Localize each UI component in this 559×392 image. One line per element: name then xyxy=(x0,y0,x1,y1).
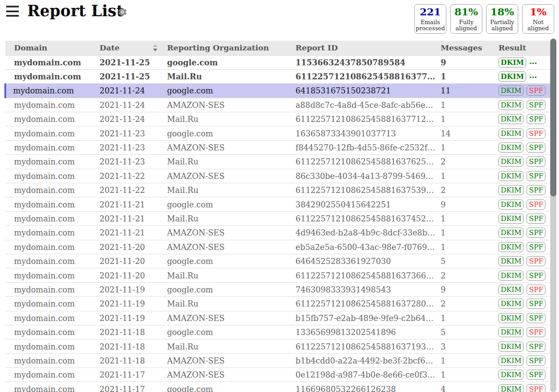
cell-messages: 14 xyxy=(436,126,491,140)
cell-domain: mydomain.com xyxy=(5,311,97,325)
table-row[interactable]: mydomain.com2021-11-23google.com16365873… xyxy=(5,126,550,140)
dkim-badge: DKIM xyxy=(498,242,523,252)
cell-report-id: eb5a2e5a-6500-43ac-98e7-f076959… xyxy=(291,240,436,254)
table-row[interactable]: mydomain.com2021-11-18AMAZON-SESb1b4cdd0… xyxy=(5,353,550,367)
dkim-badge: DKIM xyxy=(498,185,523,195)
table-row[interactable]: mydomain.com2021-11-22Mail.Ru61122571210… xyxy=(5,183,550,197)
cell-date: 2021-11-17 xyxy=(97,382,161,392)
table-row[interactable]: mydomain.com2021-11-17AMAZON-SES0e12198d… xyxy=(5,368,550,382)
spf-badge: SPF xyxy=(527,242,545,252)
stat-value: 81% xyxy=(455,6,478,17)
stat-label: Not aligned xyxy=(527,19,549,32)
scrollbar-thumb[interactable] xyxy=(550,39,556,196)
dkim-badge: DKIM xyxy=(498,256,523,266)
dkim-badge: DKIM xyxy=(498,114,523,124)
cell-messages: 1 xyxy=(436,112,491,126)
table-row[interactable]: mydomain.com2021-11-22AMAZON-SES86c330be… xyxy=(5,169,550,183)
spf-badge: SPF xyxy=(527,384,545,392)
cell-report-id: 16365873343901037713 xyxy=(291,126,436,140)
cell-messages: 1 xyxy=(436,98,491,112)
spf-badge: SPF xyxy=(527,143,545,153)
gear-icon[interactable] xyxy=(117,7,128,17)
table-row[interactable]: mydomain.com2021-11-24AMAZON-SESa88d8c7c… xyxy=(5,98,550,112)
cell-domain: mydomain.com xyxy=(5,84,97,98)
cell-reporting-organization: AMAZON-SES xyxy=(161,169,291,183)
table-row[interactable]: mydomain.com2021-11-19AMAZON-SESb15fb757… xyxy=(5,311,550,325)
cell-report-id: 0e12198d-a987-4b0e-8e66-ce0f392… xyxy=(291,368,436,382)
dkim-badge: DKIM xyxy=(498,313,523,323)
column-header-result[interactable]: Result xyxy=(491,41,550,55)
column-header-reporting-organization[interactable]: Reporting Organization xyxy=(161,41,291,55)
table-row[interactable]: mydomain.com2021-11-24google.com64185316… xyxy=(5,84,550,98)
dkim-badge: DKIM xyxy=(498,384,523,392)
scrollbar-track[interactable] xyxy=(550,39,556,392)
column-header-messages[interactable]: Messages xyxy=(436,41,491,55)
cell-date: 2021-11-20 xyxy=(97,254,161,268)
spf-badge: SPF xyxy=(527,342,545,352)
stat-value: 18% xyxy=(491,6,514,17)
report-table-body: mydomain.com2021-11-25google.com11536632… xyxy=(5,55,550,392)
cell-reporting-organization: Mail.Ru xyxy=(161,339,291,353)
cell-result: DKIMSPF xyxy=(491,254,550,268)
column-header-report-id[interactable]: Report ID xyxy=(291,41,436,55)
table-row[interactable]: mydomain.com2021-11-21Mail.Ru61122571210… xyxy=(5,211,550,225)
cell-result: DKIMSPF xyxy=(491,126,550,140)
table-row[interactable]: mydomain.com2021-11-20Mail.Ru61122571210… xyxy=(5,268,550,282)
spf-badge: SPF xyxy=(527,285,545,295)
table-row[interactable]: mydomain.com2021-11-20AMAZON-SESeb5a2e5a… xyxy=(5,240,550,254)
table-row[interactable]: mydomain.com2021-11-19google.com74630983… xyxy=(5,282,550,296)
table-row[interactable]: mydomain.com2021-11-18Mail.Ru61122571210… xyxy=(5,339,550,353)
cell-report-id: 4d9463ed-b2a8-4b9c-8dcf-33e8bc6… xyxy=(291,226,436,240)
table-row[interactable]: mydomain.com2021-11-21google.com38429025… xyxy=(5,197,550,211)
table-row[interactable]: mydomain.com2021-11-21AMAZON-SES4d9463ed… xyxy=(5,226,550,240)
table-row[interactable]: mydomain.com2021-11-18google.com13365699… xyxy=(5,325,550,339)
table-row[interactable]: mydomain.com2021-11-25Mail.Ru61122571210… xyxy=(5,69,550,83)
column-header-date[interactable]: Date xyxy=(97,41,161,55)
table-row[interactable]: mydomain.com2021-11-17google.com11669680… xyxy=(5,382,550,392)
cell-messages: 1 xyxy=(436,240,491,254)
cell-domain: mydomain.com xyxy=(5,211,97,225)
cell-messages: 9 xyxy=(436,282,491,296)
column-header-domain[interactable]: Domain xyxy=(5,41,97,55)
table-row[interactable]: mydomain.com2021-11-23AMAZON-SESf8445270… xyxy=(5,140,550,154)
cell-reporting-organization: AMAZON-SES xyxy=(161,98,291,112)
cell-report-id: 61122571210862545881637193600 xyxy=(291,339,436,353)
stat-value: 221 xyxy=(420,6,441,17)
cell-report-id: 6464525283361927030 xyxy=(291,254,436,268)
menu-button[interactable] xyxy=(6,6,19,17)
cell-result: DKIMSPF xyxy=(491,140,550,154)
cell-reporting-organization: google.com xyxy=(161,382,291,392)
table-row[interactable]: mydomain.com2021-11-23Mail.Ru61122571210… xyxy=(5,155,550,169)
table-row[interactable]: mydomain.com2021-11-25google.com11536632… xyxy=(5,55,550,69)
table-header-row: Domain Date Reporting Organization Repor… xyxy=(5,41,550,55)
cell-date: 2021-11-19 xyxy=(97,282,161,296)
cell-result: DKIMSPF xyxy=(491,55,550,69)
cell-domain: mydomain.com xyxy=(5,282,97,296)
cell-date: 2021-11-23 xyxy=(97,126,161,140)
sort-indicator-icon xyxy=(153,44,157,51)
cell-domain: mydomain.com xyxy=(5,155,97,169)
cell-domain: mydomain.com xyxy=(5,368,97,382)
cell-date: 2021-11-23 xyxy=(97,155,161,169)
cell-messages: 2 xyxy=(436,268,491,282)
cell-messages: 4 xyxy=(436,382,491,392)
cell-report-id: b15fb757-e2ab-489e-9fe9-c2b6408… xyxy=(291,311,436,325)
cell-messages: 5 xyxy=(436,325,491,339)
cell-messages: 1 xyxy=(436,226,491,240)
cell-result: DKIMSPF xyxy=(491,382,550,392)
table-row[interactable]: mydomain.com2021-11-20google.com64645252… xyxy=(5,254,550,268)
cell-domain: mydomain.com xyxy=(5,240,97,254)
cell-reporting-organization: AMAZON-SES xyxy=(161,311,291,325)
cell-report-id: 3842902550415642251 xyxy=(291,197,436,211)
spf-badge: SPF xyxy=(527,370,545,380)
spf-badge: SPF xyxy=(527,200,545,210)
table-row[interactable]: mydomain.com2021-11-24Mail.Ru61122571210… xyxy=(5,112,550,126)
table-row[interactable]: mydomain.com2021-11-19Mail.Ru61122571210… xyxy=(5,297,550,311)
cell-reporting-organization: Mail.Ru xyxy=(161,268,291,282)
dkim-badge: DKIM xyxy=(498,299,523,309)
cell-report-id: 61122571210862545881637280000 xyxy=(291,297,436,311)
cell-reporting-organization: AMAZON-SES xyxy=(161,353,291,367)
cell-messages: 2 xyxy=(436,155,491,169)
cell-reporting-organization: AMAZON-SES xyxy=(161,226,291,240)
stat-box: 1%Not aligned xyxy=(522,4,554,34)
